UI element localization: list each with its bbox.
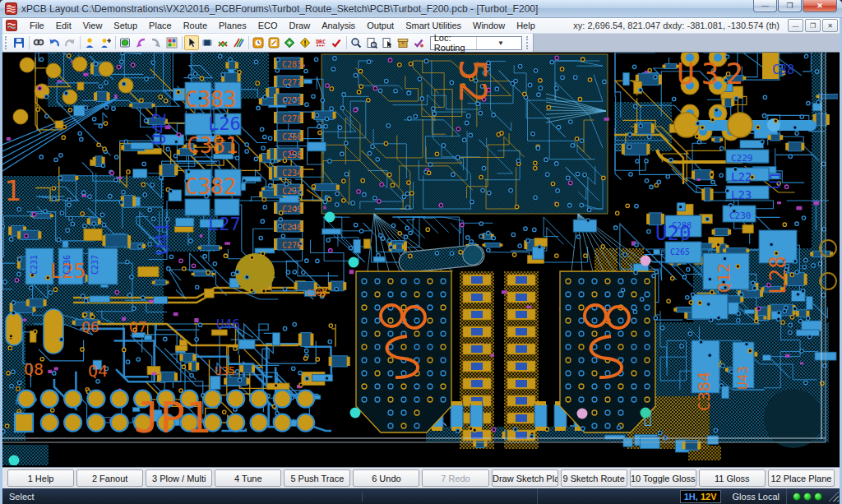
mode-combo[interactable]: Loc: Routing ▼	[430, 36, 523, 50]
refdes-u1: U1	[766, 171, 784, 189]
find-icon	[33, 37, 44, 49]
status-leds	[787, 492, 828, 501]
pcb-design-view[interactable]: C383L26C381C382L27U42U41L25C231C236C2371…	[2, 53, 838, 465]
fkey-button-9[interactable]: 9 Sketch Route	[561, 469, 627, 487]
forwardannotate-button[interactable]	[149, 35, 164, 50]
layer-pair-indicator[interactable]: 1H, 12V	[680, 490, 721, 503]
hazards-button[interactable]	[298, 35, 312, 50]
fkey-button-10[interactable]: 10 Toggle Gloss	[630, 469, 696, 487]
menu-item-smart-utilities[interactable]: Smart Utilities	[400, 19, 467, 32]
menu-item-view[interactable]: View	[77, 19, 109, 32]
app-window: xPCB Layout C:\Demonstrations\VX2\2016_P…	[0, 0, 842, 504]
refdes-q12: Q12	[714, 263, 733, 293]
refdes-u46: U46	[216, 317, 240, 332]
minimize-button[interactable]: —	[753, 0, 777, 12]
undo-button[interactable]	[47, 35, 62, 50]
fkey-button-3[interactable]: 3 Plow / Multi	[146, 469, 212, 487]
title-bar[interactable]: xPCB Layout C:\Demonstrations\VX2\2016_P…	[0, 0, 842, 18]
refdes-c236: C236	[62, 255, 72, 275]
close-button[interactable]: ✕	[803, 0, 837, 12]
save-button[interactable]	[12, 35, 26, 50]
refdes-c381: C381	[187, 133, 238, 158]
menu-item-planes[interactable]: Planes	[213, 19, 252, 32]
toolbar-separator	[248, 36, 249, 49]
refdes-c288: C288	[672, 221, 692, 230]
menu-item-analysis[interactable]: Analysis	[316, 19, 361, 32]
menu-item-setup[interactable]: Setup	[108, 19, 143, 32]
drc-check-button[interactable]	[329, 35, 344, 50]
refdes-c240: C240	[282, 223, 302, 232]
refdes-c230: C230	[729, 210, 752, 221]
refdes-l28: L28	[766, 256, 790, 294]
menu-item-edit[interactable]: Edit	[50, 19, 77, 32]
menu-item-place[interactable]: Place	[143, 19, 178, 32]
redo-button[interactable]	[62, 35, 77, 50]
refdes-c231: C231	[30, 255, 39, 275]
select-mode-icon	[186, 37, 197, 49]
fkey-button-4[interactable]: 4 Tune	[215, 469, 281, 487]
online-drc-button[interactable]	[282, 35, 297, 50]
multi-route-button[interactable]	[231, 35, 246, 50]
status-led	[803, 492, 812, 501]
eco-edit-icon	[268, 37, 280, 49]
menu-item-eco[interactable]: ECO	[252, 19, 284, 32]
mdi-restore-button[interactable]: ❐	[805, 19, 821, 32]
refdes-l27: L27	[208, 214, 241, 234]
select-mode-button[interactable]	[184, 35, 199, 50]
window-title: xPCB Layout C:\Demonstrations\VX2\2016_P…	[21, 3, 538, 15]
menu-item-draw[interactable]: Draw	[283, 19, 316, 32]
fkey-button-2[interactable]: 2 Fanout	[76, 469, 143, 487]
menu-bar: FileEditViewSetupPlaceRoutePlanesECODraw…	[2, 18, 840, 34]
eco-mode-icon	[252, 37, 264, 49]
refdes-l22: L22	[731, 170, 752, 183]
chevron-down-icon[interactable]: ▼	[476, 37, 522, 49]
fkey-button-11[interactable]: 11 Gloss	[699, 469, 766, 487]
board-canvas[interactable]: C383L26C381C382L27U42U41L25C231C236C2371…	[2, 52, 840, 468]
menu-item-help[interactable]: Help	[511, 19, 541, 32]
menu-item-file[interactable]: File	[24, 19, 50, 32]
undo-icon	[49, 37, 60, 49]
save-icon	[13, 37, 25, 49]
backannotate-button[interactable]	[133, 35, 148, 50]
refdes-c384: C384	[694, 372, 714, 411]
place-person-button[interactable]	[82, 35, 97, 50]
menu-item-output[interactable]: Output	[361, 19, 400, 32]
gloss-status[interactable]: Gloss Local	[726, 488, 787, 504]
fkey-button-7[interactable]: 7 Redo	[422, 469, 488, 487]
layer-grid-button[interactable]	[164, 35, 179, 50]
refdes-c283: C283	[282, 60, 302, 69]
select-page-button[interactable]	[380, 35, 395, 50]
place-person-add-button[interactable]	[98, 35, 113, 50]
fkey-button-5[interactable]: 5 Push Trace	[284, 469, 350, 487]
refdes-u42: U42	[149, 112, 169, 145]
unroute-button[interactable]	[215, 35, 230, 50]
verify-button[interactable]	[411, 35, 426, 50]
mdi-close-button[interactable]: ✕	[822, 19, 838, 32]
toolbar-end-grip[interactable]	[526, 36, 531, 49]
fkey-button-8[interactable]: 8 Draw Sketch Plan	[492, 469, 558, 487]
app-icon	[5, 2, 17, 15]
toolbar-separator	[115, 36, 116, 49]
menu-item-route[interactable]: Route	[178, 19, 213, 32]
status-mode: Select	[2, 492, 363, 502]
find-button[interactable]	[31, 35, 46, 50]
forwardannotate-icon	[150, 37, 162, 49]
fkey-button-6[interactable]: 6 Undo	[353, 469, 419, 487]
toolbar-grip[interactable]	[5, 36, 10, 49]
mdi-minimize-button[interactable]: —	[788, 19, 803, 32]
fkey-button-12[interactable]: 12 Place Plane	[768, 469, 835, 487]
view-page-button[interactable]	[364, 35, 379, 50]
resize-grip[interactable]	[828, 491, 839, 502]
menu-item-window[interactable]: Window	[467, 19, 511, 32]
zoom-view-button[interactable]	[349, 35, 363, 50]
eco-edit-button[interactable]	[266, 35, 281, 50]
eco-mode-button[interactable]	[251, 35, 266, 50]
refdes-c237: C237	[90, 255, 99, 275]
refdes-c276: C276	[282, 241, 302, 250]
fkey-button-1[interactable]: 1 Help	[7, 469, 74, 487]
display-control-button[interactable]	[118, 35, 132, 50]
archive-button[interactable]	[396, 35, 410, 50]
part-edit-button[interactable]	[200, 35, 215, 50]
maximize-button[interactable]: ❐	[778, 0, 802, 12]
batch-drc-button[interactable]: DRC	[313, 35, 328, 50]
